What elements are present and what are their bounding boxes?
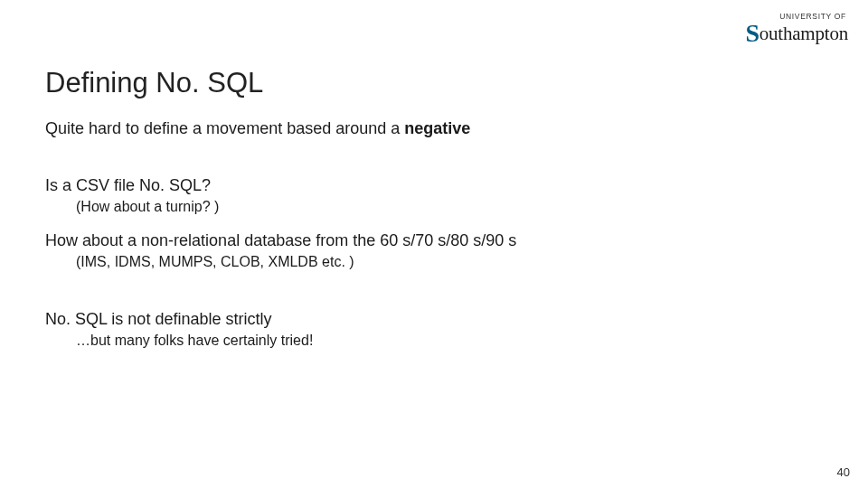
intro-line: Quite hard to define a movement based ar…: [45, 119, 823, 138]
examples-line: (IMS, IDMS, MUMPS, CLOB, XMLDB etc. ): [76, 254, 823, 270]
logo-pretitle: UNIVERSITY OF: [745, 13, 846, 21]
slide-title: Defining No. SQL: [45, 67, 823, 99]
turnip-aside: (How about a turnip? ): [76, 199, 823, 215]
spacer: [45, 270, 823, 310]
not-definable-line: No. SQL is not definable strictly: [45, 310, 823, 329]
tried-line: …but many folks have certainly tried!: [76, 333, 823, 349]
slide: UNIVERSITY OF Southampton Defining No. S…: [0, 0, 868, 488]
logo-name-rest: outhampton: [760, 23, 848, 44]
university-logo: UNIVERSITY OF Southampton: [745, 13, 848, 47]
logo-wordmark: Southampton: [745, 23, 848, 44]
logo-initial: S: [745, 20, 759, 48]
intro-bold: negative: [404, 119, 470, 137]
spacer: [45, 215, 823, 231]
slide-body: Quite hard to define a movement based ar…: [45, 119, 823, 349]
page-number: 40: [837, 465, 850, 479]
intro-text: Quite hard to define a movement based ar…: [45, 119, 404, 137]
spacer: [45, 142, 823, 176]
csv-question: Is a CSV file No. SQL?: [45, 176, 823, 195]
nonrelational-line: How about a non-relational database from…: [45, 231, 823, 250]
